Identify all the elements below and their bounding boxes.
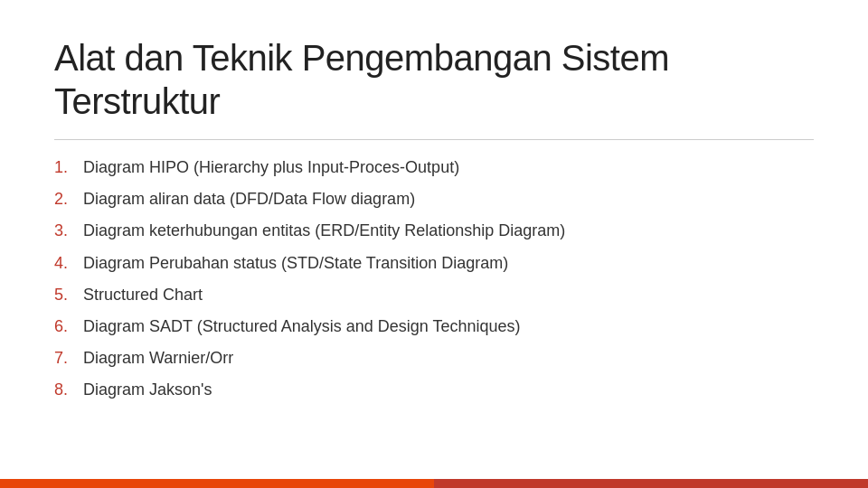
list-item: 4.Diagram Perubahan status (STD/State Tr… xyxy=(54,252,814,275)
main-title: Alat dan Teknik Pengembangan Sistem Ters… xyxy=(54,36,814,123)
list-item: 3.Diagram keterhubungan entitas (ERD/Ent… xyxy=(54,220,814,242)
list-item: 8.Diagram Jakson's xyxy=(54,379,814,401)
list-item: 1.Diagram HIPO (Hierarchy plus Input-Pro… xyxy=(54,156,814,179)
list-number: 4. xyxy=(54,254,83,273)
list-text: Diagram Perubahan status (STD/State Tran… xyxy=(83,252,508,275)
bottom-bar-orange xyxy=(0,479,434,488)
list-text: Diagram Warnier/Orr xyxy=(83,347,233,370)
list-number: 3. xyxy=(54,221,83,240)
list-number: 7. xyxy=(54,349,83,368)
list-number: 1. xyxy=(54,158,83,177)
list-number: 5. xyxy=(54,286,83,305)
list-item: 7.Diagram Warnier/Orr xyxy=(54,347,814,370)
bottom-bar xyxy=(0,479,868,488)
title-line2: Terstruktur xyxy=(54,81,220,121)
list-text: Diagram aliran data (DFD/Data Flow diagr… xyxy=(83,188,415,211)
list-item: 6.Diagram SADT (Structured Analysis and … xyxy=(54,315,814,338)
title-divider xyxy=(54,139,814,140)
slide-container: Alat dan Teknik Pengembangan Sistem Ters… xyxy=(0,0,868,488)
list-text: Diagram keterhubungan entitas (ERD/Entit… xyxy=(83,220,565,242)
title-line1: Alat dan Teknik Pengembangan Sistem xyxy=(54,38,669,78)
list-text: Structured Chart xyxy=(83,284,203,306)
list-number: 2. xyxy=(54,190,83,209)
bottom-bar-dark xyxy=(434,479,868,488)
list-item: 2.Diagram aliran data (DFD/Data Flow dia… xyxy=(54,188,814,211)
list-section: 1.Diagram HIPO (Hierarchy plus Input-Pro… xyxy=(54,156,814,461)
title-section: Alat dan Teknik Pengembangan Sistem Ters… xyxy=(54,36,814,123)
list-text: Diagram SADT (Structured Analysis and De… xyxy=(83,315,521,338)
list-item: 5.Structured Chart xyxy=(54,284,814,306)
list-number: 8. xyxy=(54,380,83,399)
list-text: Diagram HIPO (Hierarchy plus Input-Proce… xyxy=(83,156,459,179)
list-text: Diagram Jakson's xyxy=(83,379,212,401)
list-number: 6. xyxy=(54,317,83,336)
